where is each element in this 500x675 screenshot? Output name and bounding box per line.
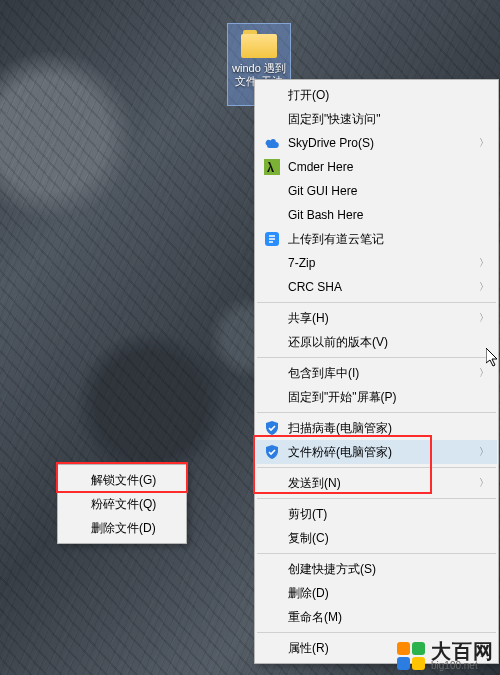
- lambda-icon: [264, 159, 280, 175]
- menu-item-label: 固定到"开始"屏幕(P): [288, 389, 475, 406]
- menu-item-label: 发送到(N): [288, 475, 475, 492]
- menu-item-label: 解锁文件(G): [91, 472, 163, 489]
- context-menu-left: 解锁文件(G)粉碎文件(Q)删除文件(D): [57, 464, 187, 544]
- menu-item-label: 粉碎文件(Q): [91, 496, 163, 513]
- menu-item-cmder-here[interactable]: Cmder Here: [256, 155, 497, 179]
- chevron-right-icon: 〉: [479, 366, 489, 380]
- menu-item-label: 固定到"快速访问": [288, 111, 475, 128]
- menu-item-copy[interactable]: 复制(C): [256, 526, 497, 550]
- watermark-logo-icon: [397, 642, 425, 670]
- menu-separator: [257, 498, 496, 499]
- chevron-right-icon: 〉: [479, 136, 489, 150]
- menu-item-label: 文件粉碎(电脑管家): [288, 444, 475, 461]
- menu-item-unlock-file[interactable]: 解锁文件(G): [59, 468, 185, 492]
- menu-separator: [257, 302, 496, 303]
- menu-item-git-bash-here[interactable]: Git Bash Here: [256, 203, 497, 227]
- menu-separator: [257, 357, 496, 358]
- menu-item-cut[interactable]: 剪切(T): [256, 502, 497, 526]
- menu-item-label: 还原以前的版本(V): [288, 334, 475, 351]
- menu-item-share[interactable]: 共享(H)〉: [256, 306, 497, 330]
- menu-item-label: Cmder Here: [288, 160, 475, 174]
- menu-separator: [257, 632, 496, 633]
- desktop-background: windo 遇到 文件 无法 动 解锁文件(G)粉碎文件(Q)删除文件(D) 打…: [0, 0, 500, 675]
- menu-item-restore-previous[interactable]: 还原以前的版本(V): [256, 330, 497, 354]
- menu-item-label: Git Bash Here: [288, 208, 475, 222]
- menu-item-label: 7-Zip: [288, 256, 475, 270]
- menu-item-pin-quick-access[interactable]: 固定到"快速访问": [256, 107, 497, 131]
- menu-item-label: 复制(C): [288, 530, 475, 547]
- menu-item-rename[interactable]: 重命名(M): [256, 605, 497, 629]
- cloud-icon: [264, 135, 280, 151]
- menu-item-label: 扫描病毒(电脑管家): [288, 420, 475, 437]
- menu-item-shred-file[interactable]: 粉碎文件(Q): [59, 492, 185, 516]
- menu-item-label: CRC SHA: [288, 280, 475, 294]
- watermark: 大百网 big100.net: [397, 641, 494, 671]
- menu-item-delete-file[interactable]: 删除文件(D): [59, 516, 185, 540]
- watermark-title: 大百网: [431, 641, 494, 661]
- menu-item-seven-zip[interactable]: 7-Zip〉: [256, 251, 497, 275]
- context-menu-right: 打开(O)固定到"快速访问"SkyDrive Pro(S)〉Cmder Here…: [254, 79, 499, 664]
- menu-item-upload-youdao[interactable]: 上传到有道云笔记: [256, 227, 497, 251]
- menu-separator: [257, 412, 496, 413]
- folder-icon: [239, 27, 279, 59]
- chevron-right-icon: 〉: [479, 311, 489, 325]
- menu-item-label: 删除文件(D): [91, 520, 163, 537]
- menu-item-delete[interactable]: 删除(D): [256, 581, 497, 605]
- menu-item-label: 重命名(M): [288, 609, 475, 626]
- menu-item-label: 删除(D): [288, 585, 475, 602]
- menu-item-label: 上传到有道云笔记: [288, 231, 475, 248]
- menu-item-create-shortcut[interactable]: 创建快捷方式(S): [256, 557, 497, 581]
- chevron-right-icon: 〉: [479, 256, 489, 270]
- menu-item-file-shred[interactable]: 文件粉碎(电脑管家)〉: [256, 440, 497, 464]
- watermark-domain: big100.net: [431, 661, 494, 671]
- menu-item-git-gui-here[interactable]: Git GUI Here: [256, 179, 497, 203]
- menu-item-crc-sha[interactable]: CRC SHA〉: [256, 275, 497, 299]
- menu-separator: [257, 467, 496, 468]
- menu-item-label: 打开(O): [288, 87, 475, 104]
- menu-item-label: Git GUI Here: [288, 184, 475, 198]
- menu-item-label: 剪切(T): [288, 506, 475, 523]
- note-icon: [264, 231, 280, 247]
- chevron-right-icon: 〉: [479, 280, 489, 294]
- menu-item-scan-virus[interactable]: 扫描病毒(电脑管家): [256, 416, 497, 440]
- menu-item-skydrive-pro[interactable]: SkyDrive Pro(S)〉: [256, 131, 497, 155]
- menu-separator: [257, 553, 496, 554]
- shield-icon: [264, 444, 280, 460]
- chevron-right-icon: 〉: [479, 476, 489, 490]
- menu-item-pin-start[interactable]: 固定到"开始"屏幕(P): [256, 385, 497, 409]
- menu-item-include-library[interactable]: 包含到库中(I)〉: [256, 361, 497, 385]
- shield-icon: [264, 420, 280, 436]
- menu-item-open[interactable]: 打开(O): [256, 83, 497, 107]
- menu-item-send-to[interactable]: 发送到(N)〉: [256, 471, 497, 495]
- menu-item-label: 共享(H): [288, 310, 475, 327]
- menu-item-label: 包含到库中(I): [288, 365, 475, 382]
- cursor-icon: [486, 348, 500, 368]
- menu-item-label: SkyDrive Pro(S): [288, 136, 475, 150]
- menu-item-label: 创建快捷方式(S): [288, 561, 475, 578]
- chevron-right-icon: 〉: [479, 445, 489, 459]
